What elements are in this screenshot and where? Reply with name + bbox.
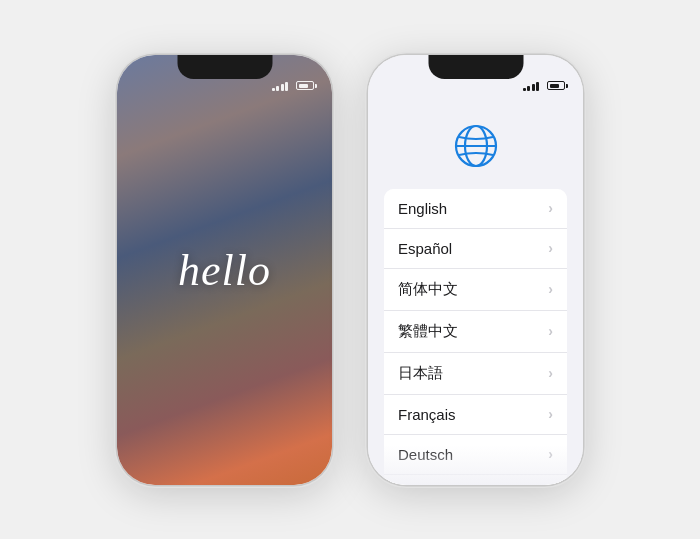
chevron-icon: › [548,240,553,256]
language-list: English › Español › 简体中文 › 繁體中文 › [384,189,567,485]
notch [177,55,272,79]
phone-comparison: hello [117,55,583,485]
hello-text: hello [178,244,271,295]
list-item[interactable]: English › [384,189,567,229]
notch [428,55,523,79]
status-icons [272,81,315,91]
phone-hello: hello [117,55,332,485]
language-name: Deutsch [398,446,453,463]
language-name: English [398,200,447,217]
list-item[interactable]: 日本語 › [384,353,567,395]
language-content: English › Español › 简体中文 › 繁體中文 › [368,105,583,485]
list-item[interactable]: Deutsch › [384,435,567,475]
language-name: 简体中文 [398,280,458,299]
signal-icon [523,81,540,91]
signal-icon [272,81,289,91]
list-item[interactable]: Русский › [384,475,567,485]
globe-icon [449,121,503,171]
language-name: 日本語 [398,364,443,383]
chevron-icon: › [548,323,553,339]
chevron-icon: › [548,365,553,381]
chevron-icon: › [548,406,553,422]
language-name: Français [398,406,456,423]
battery-icon [547,81,565,90]
chevron-icon: › [548,200,553,216]
language-screen: English › Español › 简体中文 › 繁體中文 › [368,55,583,485]
hello-screen: hello [117,55,332,485]
language-name: Español [398,240,452,257]
list-item[interactable]: 繁體中文 › [384,311,567,353]
chevron-icon: › [548,281,553,297]
chevron-icon: › [548,446,553,462]
phone-language: English › Español › 简体中文 › 繁體中文 › [368,55,583,485]
list-item[interactable]: Español › [384,229,567,269]
language-name: 繁體中文 [398,322,458,341]
battery-icon [296,81,314,90]
list-item[interactable]: Français › [384,395,567,435]
list-item[interactable]: 简体中文 › [384,269,567,311]
status-icons [523,81,566,91]
